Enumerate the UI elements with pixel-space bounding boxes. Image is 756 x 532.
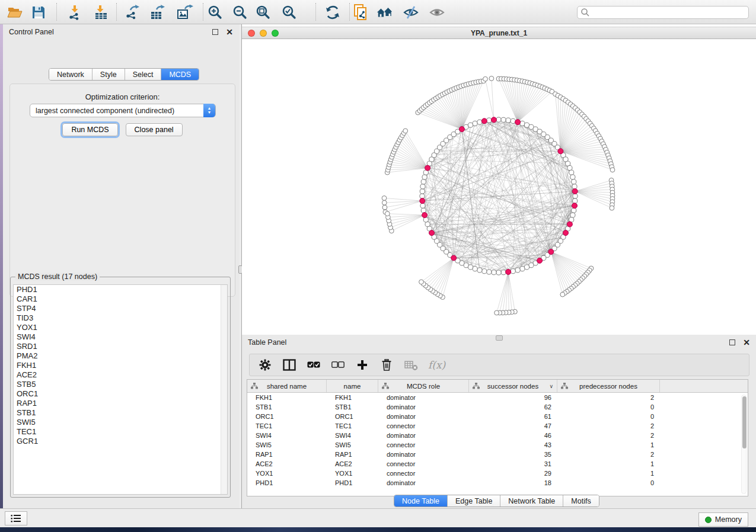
mcds-network-node[interactable] <box>420 198 425 204</box>
table-scrollbar-thumb[interactable] <box>742 396 747 448</box>
table-row[interactable]: STB1STB1dominator620 <box>247 402 748 412</box>
network-node[interactable] <box>496 270 501 275</box>
import-table-icon[interactable] <box>92 4 109 21</box>
mcds-network-node[interactable] <box>422 213 428 218</box>
mcds-network-node[interactable] <box>537 258 543 263</box>
table-row[interactable]: YOX1YOX1connector291 <box>247 469 748 478</box>
add-icon[interactable] <box>355 358 369 372</box>
tab-network[interactable]: Network <box>49 69 92 80</box>
close-panel-icon[interactable]: ✕ <box>226 29 233 35</box>
table-tab-edge-table[interactable]: Edge Table <box>448 495 500 507</box>
network-node[interactable] <box>468 123 473 127</box>
mcds-network-node[interactable] <box>572 203 578 209</box>
table-row[interactable]: TEC1TEC1connector472 <box>247 421 748 431</box>
first-neighbors-icon[interactable] <box>377 4 393 21</box>
network-node[interactable] <box>570 213 575 217</box>
network-node[interactable] <box>420 189 425 194</box>
mcds-result-item[interactable]: SWI5 <box>14 418 227 427</box>
tab-mcds[interactable]: MCDS <box>161 69 199 80</box>
network-node[interactable] <box>610 206 614 210</box>
network-node[interactable] <box>421 208 426 213</box>
memory-button[interactable]: Memory <box>698 512 748 527</box>
mcds-network-node[interactable] <box>515 120 521 125</box>
search-field[interactable] <box>577 6 749 19</box>
optimization-criterion-dropdown[interactable]: largest connected component (undirected)… <box>30 104 216 117</box>
close-panel-icon[interactable]: ✕ <box>743 339 750 345</box>
network-node[interactable] <box>403 129 408 133</box>
network-node[interactable] <box>570 175 575 180</box>
network-node[interactable] <box>483 76 488 81</box>
tab-select[interactable]: Select <box>125 69 162 80</box>
network-node[interactable] <box>382 205 387 210</box>
network-node[interactable] <box>524 265 529 270</box>
network-node[interactable] <box>419 280 424 284</box>
table-row[interactable]: RAP1RAP1dominator352 <box>247 450 748 459</box>
network-node[interactable] <box>572 208 576 213</box>
mcds-result-item[interactable]: SRD1 <box>14 342 227 351</box>
network-node[interactable] <box>569 170 574 175</box>
network-node[interactable] <box>515 268 520 273</box>
table-row[interactable]: FKH1FKH1dominator962 <box>247 393 748 402</box>
mcds-network-node[interactable] <box>506 270 511 275</box>
export-network-icon[interactable] <box>124 4 141 21</box>
task-history-button[interactable] <box>5 511 27 525</box>
column-header-shared-name[interactable]: shared name <box>247 380 327 392</box>
network-canvas[interactable] <box>242 40 756 335</box>
table-row[interactable]: SWI4SWI4dominator462 <box>247 431 748 440</box>
network-node[interactable] <box>473 121 477 126</box>
table-tab-motifs[interactable]: Motifs <box>563 495 598 507</box>
mcds-network-node[interactable] <box>548 249 554 255</box>
export-image-icon[interactable] <box>177 4 193 21</box>
zoom-out-icon[interactable] <box>232 4 248 21</box>
mcds-result-item[interactable]: STP4 <box>14 304 227 313</box>
network-node[interactable] <box>473 267 477 271</box>
mcds-network-node[interactable] <box>451 255 457 261</box>
mcds-result-item[interactable]: PMA2 <box>14 351 227 361</box>
network-node[interactable] <box>420 203 425 208</box>
run-mcds-button[interactable]: Run MCDS <box>62 123 117 136</box>
network-node[interactable] <box>382 200 387 205</box>
network-node[interactable] <box>420 184 425 189</box>
float-panel-icon[interactable] <box>212 29 218 35</box>
network-node[interactable] <box>382 196 387 201</box>
open-folder-icon[interactable] <box>7 4 23 21</box>
network-node[interactable] <box>477 120 482 124</box>
table-tab-network-table[interactable]: Network Table <box>500 495 563 507</box>
network-node[interactable] <box>560 292 565 297</box>
mcds-network-node[interactable] <box>491 117 496 123</box>
mcds-result-item[interactable]: RAP1 <box>14 399 227 408</box>
mcds-list-scrollbar[interactable] <box>221 285 227 494</box>
close-panel-button[interactable]: Close panel <box>126 123 183 136</box>
network-node[interactable] <box>425 222 430 226</box>
table-scrollbar[interactable] <box>741 395 747 494</box>
horizontal-splitter-grip[interactable] <box>496 335 503 341</box>
network-node[interactable] <box>610 168 615 172</box>
mcds-result-item[interactable]: PHD1 <box>14 285 227 294</box>
mcds-network-node[interactable] <box>459 127 464 132</box>
table-row[interactable]: SWI5SWI5connector431 <box>247 440 748 450</box>
float-panel-icon[interactable] <box>729 339 735 345</box>
mcds-network-node[interactable] <box>563 230 569 236</box>
network-node[interactable] <box>421 180 426 184</box>
tab-style[interactable]: Style <box>92 69 125 80</box>
network-node[interactable] <box>487 270 492 274</box>
network-node[interactable] <box>489 76 494 81</box>
zoom-in-icon[interactable] <box>207 4 224 21</box>
network-node[interactable] <box>572 184 577 189</box>
network-node[interactable] <box>482 269 487 274</box>
column-header-name[interactable]: name <box>327 380 378 392</box>
network-graph[interactable] <box>242 40 756 335</box>
mcds-network-node[interactable] <box>572 188 578 194</box>
network-node[interactable] <box>496 117 501 122</box>
network-node[interactable] <box>422 175 427 180</box>
network-node[interactable] <box>511 269 515 274</box>
network-node[interactable] <box>506 118 511 123</box>
network-node[interactable] <box>573 198 578 203</box>
network-node[interactable] <box>487 118 492 123</box>
delete-icon[interactable] <box>379 358 394 372</box>
search-input[interactable] <box>590 8 748 17</box>
column-header-successor-nodes[interactable]: successor nodes∨ <box>469 380 557 392</box>
mcds-result-item[interactable]: TEC1 <box>14 427 227 437</box>
mcds-result-item[interactable]: YOX1 <box>14 323 227 332</box>
import-network-icon[interactable] <box>67 4 84 21</box>
